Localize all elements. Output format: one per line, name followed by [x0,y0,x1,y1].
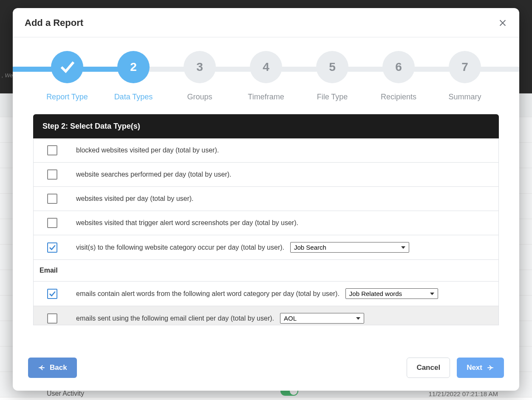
modal-header: Add a Report [13,8,519,37]
modal-footer: Back Cancel Next [13,348,519,391]
back-button[interactable]: Back [28,358,77,378]
checkbox-visits-category[interactable] [47,242,57,253]
select-email-client[interactable]: AOL [280,313,364,324]
step-label: Timeframe [248,93,284,101]
wizard-stepper: Report Type 2 Data Types 3 Groups 4 Time… [13,37,519,107]
background-date: 11/21/2022 07:21:18 AM [429,390,498,397]
next-button[interactable]: Next [457,358,504,378]
step-recipients[interactable]: 6 Recipients [365,51,432,101]
button-label: Back [50,363,67,372]
step-data-types[interactable]: 2 Data Types [100,51,167,101]
step-label: Summary [448,93,481,101]
step-report-type[interactable]: Report Type [34,51,100,101]
checkbox-website-searches[interactable] [47,169,57,180]
step-timeframe[interactable]: 4 Timeframe [233,51,299,101]
checkmark-icon [48,290,56,298]
select-alert-word-category[interactable]: Job Related words [345,288,438,299]
button-label: Next [467,363,482,372]
checkbox-emails-alert[interactable] [47,289,57,299]
list-item[interactable]: websites visited per day (total by user)… [34,187,498,211]
section-header-email: Email [34,260,498,282]
step-groups[interactable]: 3 Groups [167,51,233,101]
cancel-button[interactable]: Cancel [407,358,450,378]
item-label: website searches performed per day (tota… [76,171,232,178]
background-row-label: User Activity [47,390,84,397]
item-label: blocked websites visited per day (total … [76,146,219,154]
checkmark-icon [48,244,56,251]
item-label: websites visited that trigger alert word… [76,219,298,227]
item-label: emails contain alert words from the foll… [76,290,340,298]
step-file-type[interactable]: 5 File Type [299,51,365,101]
step-label: Groups [187,93,212,101]
step-label: Report Type [46,93,88,101]
button-label: Cancel [416,363,440,372]
checkbox-blocked-websites[interactable] [47,145,57,155]
checkbox-websites-visited[interactable] [47,194,57,204]
list-item[interactable]: visit(s) to the following website catego… [34,235,498,260]
step-label: Recipients [381,93,416,101]
select-website-category[interactable]: Job Search [290,242,409,253]
item-label: visit(s) to the following website catego… [76,244,284,251]
list-item[interactable]: emails contain alert words from the foll… [34,282,498,306]
background-hint: , We [0,72,13,79]
list-item[interactable]: websites visited that trigger alert word… [34,211,498,235]
item-label: websites visited per day (total by user)… [76,195,194,203]
list-item[interactable]: emails sent using the following email cl… [34,306,498,325]
step-summary[interactable]: 7 Summary [432,51,498,101]
step-label: File Type [317,93,348,101]
close-icon [498,18,507,28]
checkbox-websites-alert[interactable] [47,218,57,228]
close-button[interactable] [498,18,507,28]
checkmark-icon [59,59,76,76]
data-types-scroll-area[interactable]: blocked websites visited per day (total … [33,138,499,325]
panel-title: Step 2: Select Data Type(s) [33,114,499,138]
item-label: emails sent using the following email cl… [76,315,274,322]
arrow-right-icon [487,364,494,372]
modal-title: Add a Report [25,17,83,28]
checkbox-emails-client[interactable] [47,313,57,324]
list-item[interactable]: blocked websites visited per day (total … [34,138,498,163]
arrow-left-icon [38,364,45,372]
add-report-modal: Add a Report Report Type 2 Data Types 3 … [13,8,519,391]
step-label: Data Types [114,93,153,101]
list-item[interactable]: website searches performed per day (tota… [34,163,498,187]
